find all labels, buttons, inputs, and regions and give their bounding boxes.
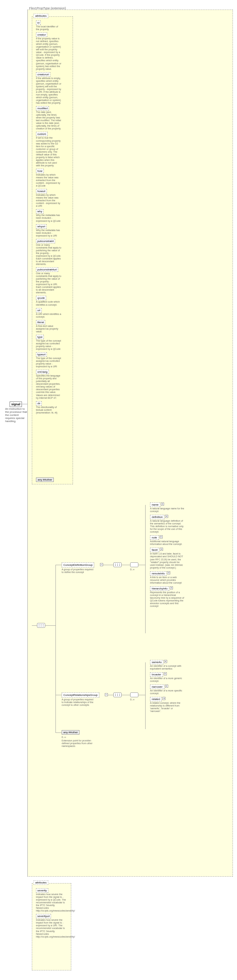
- attr-creator[interactable]: creator: [36, 32, 47, 37]
- cdg-leaves: name+A natural language name for the con…: [150, 503, 184, 609]
- expand-cdg[interactable]: −: [100, 563, 103, 566]
- attr-desc-type: The type of the concept assigned as cont…: [36, 340, 62, 350]
- any-desc: Extension point for provider-defined pro…: [62, 739, 94, 748]
- cdg-sequence: [113, 562, 122, 567]
- cdg-card: 0..∞: [130, 568, 135, 571]
- expand-crg[interactable]: −: [105, 693, 108, 696]
- attr-type[interactable]: type: [36, 335, 44, 339]
- leaf-narrower[interactable]: narrower: [150, 685, 164, 689]
- attr-desc-dir: The directionality of textual content (e…: [36, 406, 62, 414]
- attr-desc-xml-lang: Specifies the language of this property …: [36, 374, 62, 399]
- attr-custom[interactable]: custom: [36, 132, 48, 136]
- leaf-note[interactable]: note: [150, 535, 159, 540]
- attr-desc-id: The local identifier of the property.: [36, 25, 62, 31]
- crg-choice: [130, 692, 138, 697]
- leaf-desc-name: A natural language name for the concept.: [150, 507, 184, 513]
- leaf-desc-facet: In NAR 1.8 and later, facet is deprecate…: [150, 552, 184, 569]
- expand-icon[interactable]: +: [160, 548, 163, 551]
- leaf-name[interactable]: name: [150, 503, 160, 507]
- attr-xml-lang[interactable]: xml:lang: [36, 370, 49, 374]
- leaf-broader[interactable]: broader: [150, 672, 163, 677]
- any-attribute-label: any ##other: [38, 478, 52, 481]
- leaf-desc-related: A related concept, where the relationshi…: [150, 702, 184, 713]
- crg-card: 0..∞: [130, 698, 135, 701]
- leaf-desc-remoteInfo: A link to an item or a web resource whic…: [150, 576, 184, 584]
- expand-icon[interactable]: +: [164, 660, 167, 663]
- leaf-desc-narrower: An identifier of a more specific concept…: [150, 689, 184, 695]
- leaf-facet[interactable]: facet: [150, 548, 159, 552]
- attr-whyuri[interactable]: whyuri: [36, 224, 46, 229]
- expand-icon[interactable]: +: [164, 672, 167, 675]
- crg-desc: A group of properties required to indica…: [62, 698, 96, 706]
- attr-desc-custom: If set to true the corresponding propert…: [36, 137, 62, 167]
- attr-desc-modified: The date (and, optionally, the time) whe…: [36, 111, 62, 130]
- expand-icon[interactable]: +: [165, 515, 168, 518]
- leaf-desc-hierarchyInfo: Represents the position of a concept in …: [150, 591, 184, 608]
- attributes-label-text: attributes: [35, 14, 46, 18]
- leaf-desc-definition: A natural language definition of the sem…: [150, 520, 184, 533]
- attr-pubconstrainturi[interactable]: pubconstrainturi: [36, 267, 58, 272]
- diagram-canvas: Flex1PropType (extension) attributes sig…: [0, 0, 237, 980]
- attributes-column: idThe local identifier of the property.c…: [36, 21, 62, 416]
- leaf-definition[interactable]: definition: [150, 515, 164, 519]
- attr-desc-severityuri: Indicates how severe the impact from the…: [36, 919, 67, 938]
- leaf-desc-broader: An identifier of a more generic concept.: [150, 677, 184, 682]
- attr-desc-pubconstraint: One or many constraints that apply to pu…: [36, 244, 62, 266]
- expand-icon[interactable]: +: [165, 685, 168, 688]
- expand-icon[interactable]: +: [160, 535, 163, 538]
- attr-dir[interactable]: dir: [36, 401, 42, 406]
- attr-desc-severity: Indicates how severe the impact from the…: [36, 893, 67, 912]
- concept-definition-group[interactable]: ConceptDefinitionGroup: [62, 562, 94, 568]
- attr-modified[interactable]: modified: [36, 106, 49, 111]
- leaf-desc-note: Additional natural language information …: [150, 540, 184, 546]
- attr-howuri[interactable]: howuri: [36, 189, 47, 193]
- attr-desc-whyuri: Why the metadata has been included - exp…: [36, 229, 62, 237]
- leaf-remoteInfo[interactable]: remoteInfo: [150, 571, 167, 576]
- leaf-related[interactable]: related: [150, 697, 162, 702]
- any-element-label: any ##other: [64, 731, 78, 734]
- attr-id[interactable]: id: [36, 21, 41, 25]
- attr-desc-creatoruri: If the attribute is empty, specifies whi…: [36, 77, 62, 104]
- leaf-sameAs[interactable]: sameAs: [150, 660, 163, 664]
- attr-qcode[interactable]: qcode: [36, 296, 46, 300]
- expand-icon[interactable]: +: [162, 697, 165, 700]
- extension-title: Flex1PropType (extension): [29, 6, 66, 10]
- cdg-choice: [130, 562, 138, 567]
- cdg-desc: A group of properties required to define…: [62, 568, 96, 574]
- attr-desc-pubconstrainturi: One or many constraints that apply to pu…: [36, 272, 62, 294]
- expand-icon[interactable]: +: [170, 586, 173, 589]
- attr-desc-creator: If the property value is not defined, sp…: [36, 37, 62, 70]
- attr-how[interactable]: how: [36, 169, 44, 173]
- attr-literal[interactable]: literal: [36, 320, 45, 325]
- signal-label: signal: [11, 402, 20, 406]
- attr-severity[interactable]: severity: [36, 888, 48, 893]
- leaf-desc-sameAs: An identifier of a concept with equivale…: [150, 665, 184, 670]
- cdg-label: ConceptDefinitionGroup: [64, 563, 92, 566]
- attr-uri[interactable]: uri: [36, 308, 42, 312]
- expand-icon[interactable]: +: [161, 503, 164, 506]
- sequence-main: [37, 623, 45, 628]
- any-element: any ##other: [62, 730, 80, 735]
- crg-label: ConceptRelationshipsGroup: [64, 694, 98, 697]
- attr-desc-literal: A free-text value assigned as property v…: [36, 325, 62, 333]
- attr-desc-how: Indicates by which means the value was e…: [36, 173, 62, 187]
- attributes-label-lower: attributes: [33, 880, 48, 885]
- concept-relationships-group[interactable]: ConceptRelationshipsGroup: [62, 692, 99, 698]
- attr-desc-why: Why the metadata has been included - exp…: [36, 214, 62, 222]
- attr-typeuri[interactable]: typeuri: [36, 352, 47, 357]
- attr-pubconstraint[interactable]: pubconstraint: [36, 239, 55, 243]
- crg-leaves: sameAs+An identifier of a concept with e…: [150, 660, 184, 715]
- attr-creatoruri[interactable]: creatoruri: [36, 72, 50, 77]
- attr-desc-typeuri: The type of the concept assigned as cont…: [36, 357, 62, 368]
- attr-severityuri[interactable]: severityuri: [36, 914, 51, 918]
- signal-element[interactable]: signal: [10, 401, 22, 407]
- attributes-label-lower-text: attributes: [35, 881, 46, 884]
- attributes-label: attributes: [33, 14, 48, 18]
- signal-desc: An instruction to the processor that the…: [5, 407, 27, 423]
- crg-sequence: [113, 692, 122, 697]
- leaf-hierarchyInfo[interactable]: hierarchyInfo: [150, 586, 169, 591]
- attr-desc-qcode: A qualified code which identifies a conc…: [36, 301, 62, 306]
- severity-column: severityIndicates how severe the impact …: [36, 888, 67, 940]
- attr-why[interactable]: why: [36, 209, 43, 213]
- expand-icon[interactable]: +: [167, 571, 170, 574]
